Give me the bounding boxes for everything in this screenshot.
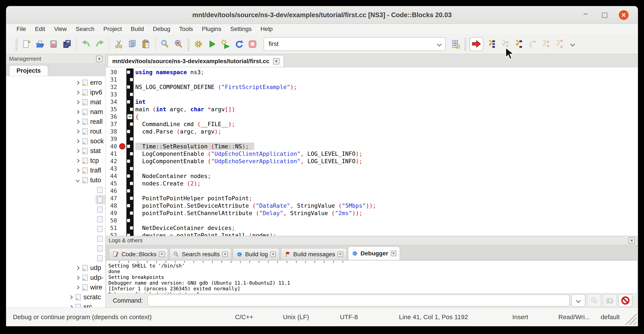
log-tab-close-icon[interactable]: × bbox=[222, 251, 228, 257]
new-file-button[interactable] bbox=[20, 38, 32, 50]
chevron-right-icon[interactable] bbox=[76, 100, 80, 104]
editor-tab-first-cc[interactable]: mnt/dev/tools/source/ns-3-dev/examples/t… bbox=[108, 55, 284, 67]
breakpoint-margin[interactable] bbox=[119, 224, 126, 232]
line-number[interactable]: 38 bbox=[106, 128, 119, 135]
tree-item[interactable]: fo bbox=[96, 204, 106, 214]
rebuild-button[interactable] bbox=[233, 38, 245, 50]
line-number[interactable]: 46 bbox=[106, 187, 119, 195]
line-number[interactable]: 33 bbox=[106, 91, 119, 98]
tree-item[interactable]: se bbox=[96, 224, 106, 234]
tab-projects[interactable]: Projects bbox=[9, 65, 48, 76]
line-number[interactable]: 47 bbox=[106, 195, 119, 202]
tree-item[interactable]: si bbox=[96, 243, 106, 253]
tree-row[interactable]: erro bbox=[6, 78, 106, 88]
log-tab-close-icon[interactable]: × bbox=[159, 251, 164, 257]
code-line[interactable]: 51 NetDeviceContainer devices; bbox=[106, 224, 638, 232]
chevron-right-icon[interactable] bbox=[76, 285, 80, 289]
menu-item-view[interactable]: View bbox=[50, 25, 71, 33]
find-button[interactable] bbox=[159, 38, 171, 50]
save-button[interactable] bbox=[48, 38, 60, 50]
log-tab-close-icon[interactable]: × bbox=[270, 251, 276, 257]
line-number[interactable]: 50 bbox=[106, 217, 119, 224]
menu-item-file[interactable]: File bbox=[12, 25, 30, 33]
code-line[interactable]: 36{ bbox=[106, 113, 638, 120]
line-number[interactable]: 49 bbox=[106, 209, 119, 217]
menu-item-edit[interactable]: Edit bbox=[30, 25, 50, 33]
tree-item[interactable]: se bbox=[96, 234, 106, 243]
log-tab-debugger[interactable]: Debugger× bbox=[348, 246, 400, 260]
chevron-right-icon[interactable] bbox=[76, 130, 80, 133]
code-line[interactable]: 42 LogComponentEnable ("UdpEchoServerApp… bbox=[106, 157, 638, 165]
menu-item-tools[interactable]: Tools bbox=[175, 25, 197, 33]
line-number[interactable]: 32 bbox=[106, 83, 119, 91]
cut-button[interactable] bbox=[113, 38, 125, 50]
line-number[interactable]: 51 bbox=[106, 224, 119, 232]
tree-item[interactable]: fif bbox=[96, 185, 106, 195]
breakpoint-margin[interactable] bbox=[119, 135, 126, 143]
tree-row[interactable]: rout bbox=[6, 127, 106, 136]
chevron-right-icon[interactable] bbox=[69, 295, 72, 299]
management-close-icon[interactable]: × bbox=[96, 56, 102, 62]
breakpoint-margin[interactable] bbox=[119, 157, 126, 165]
line-number[interactable]: 44 bbox=[106, 172, 119, 180]
copy-button[interactable] bbox=[126, 38, 138, 50]
tree-item[interactable]: trafl bbox=[81, 166, 106, 175]
breakpoint-margin[interactable] bbox=[119, 128, 126, 135]
tree-item[interactable]: mat bbox=[81, 97, 106, 107]
code-line[interactable]: 34int bbox=[106, 98, 638, 106]
menu-item-help[interactable]: Help bbox=[256, 25, 277, 33]
open-file-button[interactable] bbox=[34, 38, 46, 50]
tree-item[interactable]: udp bbox=[81, 263, 106, 273]
chevron-right-icon[interactable] bbox=[76, 276, 80, 279]
build-and-run-button[interactable] bbox=[220, 38, 232, 50]
save-all-button[interactable] bbox=[61, 38, 73, 50]
chevron-right-icon[interactable] bbox=[76, 139, 80, 143]
code-line[interactable]: 37 CommandLine cmd (__FILE__); bbox=[106, 120, 638, 128]
menu-item-settings[interactable]: Settings bbox=[226, 25, 256, 33]
command-input[interactable] bbox=[148, 294, 570, 306]
logs-close-icon[interactable]: × bbox=[628, 237, 635, 244]
tree-row[interactable]: sock bbox=[6, 136, 106, 146]
chevron-down-icon[interactable] bbox=[76, 178, 80, 182]
breakpoint-margin[interactable] bbox=[119, 83, 126, 91]
line-number[interactable]: 30 bbox=[106, 69, 119, 76]
code-line[interactable]: 32NS_LOG_COMPONENT_DEFINE ("FirstScriptE… bbox=[106, 83, 638, 91]
chevron-right-icon[interactable] bbox=[76, 149, 80, 153]
search-combo[interactable] bbox=[264, 37, 446, 51]
tree-row[interactable]: src bbox=[6, 302, 106, 307]
line-number[interactable]: 40 bbox=[106, 143, 119, 150]
breakpoint-margin[interactable] bbox=[119, 172, 126, 180]
line-number[interactable]: 43 bbox=[106, 165, 119, 172]
line-number[interactable]: 48 bbox=[106, 202, 119, 209]
tree-item[interactable]: he bbox=[96, 214, 106, 224]
stop-debugger-button[interactable] bbox=[618, 294, 632, 307]
tree-row[interactable]: he bbox=[6, 214, 106, 224]
code-line[interactable]: 49 pointToPoint.SetChannelAttribute ("De… bbox=[106, 209, 638, 217]
tree-item[interactable]: rout bbox=[81, 127, 106, 136]
log-tab-close-icon[interactable]: × bbox=[338, 251, 343, 257]
tree-row[interactable]: ipv6 bbox=[6, 88, 106, 97]
debugger-settings-button[interactable] bbox=[587, 294, 601, 307]
log-tab-close-icon[interactable]: × bbox=[391, 251, 396, 256]
code-line[interactable]: 41 LogComponentEnable ("UdpEchoClientApp… bbox=[106, 150, 638, 157]
code-line[interactable]: 45 nodes.Create (2); bbox=[106, 180, 638, 187]
tree-item[interactable]: fir bbox=[96, 195, 106, 204]
line-number[interactable]: 45 bbox=[106, 180, 119, 187]
code-line[interactable]: 38 cmd.Parse (argc, argv); bbox=[106, 128, 638, 135]
code-line[interactable]: 31 bbox=[106, 76, 638, 83]
breakpoint-margin[interactable] bbox=[119, 69, 126, 76]
tree-item[interactable]: th bbox=[96, 253, 106, 263]
replace-button[interactable]: R bbox=[172, 38, 184, 50]
chevron-right-icon[interactable] bbox=[76, 91, 80, 94]
breakpoint-margin[interactable] bbox=[119, 98, 126, 106]
next-instruction-button[interactable] bbox=[539, 38, 551, 50]
chevron-right-icon[interactable] bbox=[76, 266, 80, 270]
tree-item[interactable]: src bbox=[74, 302, 106, 307]
chevron-right-icon[interactable] bbox=[76, 159, 80, 163]
title-bar[interactable]: mnt/dev/tools/source/ns-3-dev/examples/t… bbox=[6, 6, 638, 24]
maximize-button[interactable]: □ bbox=[600, 10, 610, 20]
chevron-right-icon[interactable] bbox=[76, 81, 80, 85]
minimize-button[interactable]: – bbox=[581, 10, 590, 20]
tree-item[interactable]: sock bbox=[81, 136, 106, 146]
tree-row[interactable]: udp- bbox=[6, 273, 106, 282]
